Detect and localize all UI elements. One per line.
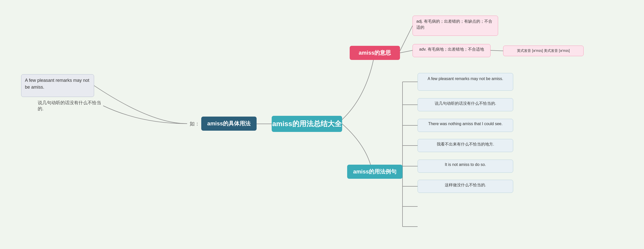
central-label: amiss的用法总结大全 <box>272 119 341 129</box>
left-english-example: A few pleasant remarks may not be amiss. <box>21 74 94 97</box>
left-chinese-example: 说几句动听的话没有什么不恰当的. <box>38 101 103 111</box>
like-text: 如： <box>190 120 200 127</box>
svg-line-3 <box>400 50 413 53</box>
meaning-node: amiss的意思 <box>350 46 400 60</box>
example-box-1: A few pleasant remarks may not be amiss. <box>418 73 513 91</box>
meaning-label: amiss的意思 <box>359 49 391 57</box>
examples-node: amiss的用法例句 <box>347 165 403 179</box>
example-text-6: 这样做没什么不恰当的. <box>445 183 486 188</box>
left-chinese-text: 说几句动听的话没有什么不恰当的. <box>38 100 103 112</box>
example-box-6: 这样做没什么不恰当的. <box>418 180 513 193</box>
example-text-5: It is not amiss to do so. <box>445 162 486 167</box>
like-label: 如： <box>187 119 202 129</box>
meaning-adj-box: adj. 有毛病的；出差错的；有缺点的；不合适的 <box>413 16 498 36</box>
left-english-text: A few pleasant remarks may not be amiss. <box>25 77 90 91</box>
example-box-5: It is not amiss to do so. <box>418 160 513 173</box>
usage-label: amiss的具体用法 <box>207 120 251 127</box>
meaning-adv-box: adv. 有毛病地；出差错地；不合适地 <box>413 44 491 57</box>
meaning-adj-text: adj. 有毛病的；出差错的；有缺点的；不合适的 <box>416 18 494 30</box>
usage-node: amiss的具体用法 <box>201 117 257 131</box>
example-text-1: A few pleasant remarks may not be amiss. <box>428 76 503 82</box>
svg-line-2 <box>400 26 413 51</box>
example-text-3: There was nothing amiss that I could see… <box>428 122 502 126</box>
example-box-4: 我看不出来有什么不恰当的地方. <box>418 139 513 152</box>
central-node: amiss的用法总结大全 <box>272 116 342 132</box>
pronunciation-text: 英式发音 [ə'mɪs] 美式发音 [ə'mɪs] <box>517 48 570 53</box>
svg-line-4 <box>491 50 503 51</box>
example-box-3: There was nothing amiss that I could see… <box>418 119 513 132</box>
example-text-2: 说几句动听的话没有什么不恰当的. <box>435 101 496 106</box>
pronunciation-box: 英式发音 [ə'mɪs] 美式发音 [ə'mɪs] <box>503 46 584 56</box>
examples-label: amiss的用法例句 <box>353 168 396 175</box>
meaning-adv-text: adv. 有毛病地；出差错地；不合适地 <box>419 46 484 52</box>
example-box-2: 说几句动听的话没有什么不恰当的. <box>418 98 513 111</box>
example-text-4: 我看不出来有什么不恰当的地方. <box>437 142 494 147</box>
